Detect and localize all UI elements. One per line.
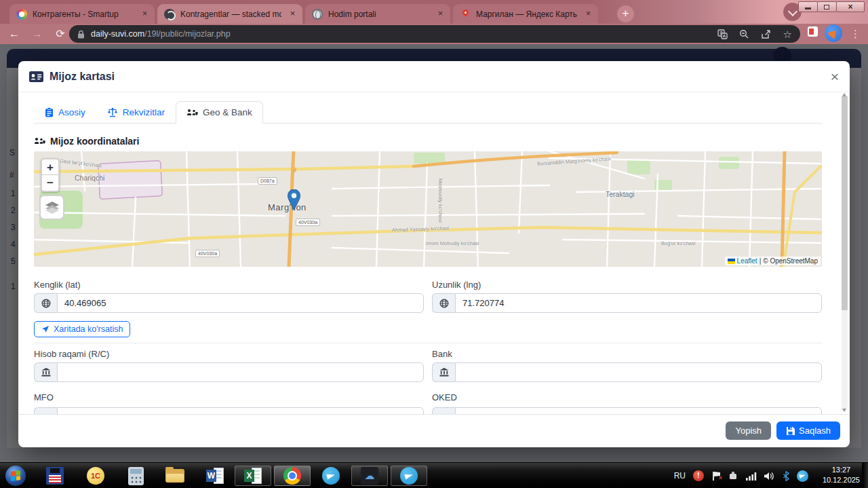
tab-rekvizitlar[interactable]: Rekvizitlar — [96, 101, 176, 124]
taskbar-app-word[interactable]: W — [201, 466, 229, 486]
show-desktop-button[interactable] — [862, 463, 868, 488]
taskbar-app-safe[interactable] — [42, 466, 68, 486]
browser-tab-strip: Контрагенты - Smartup × Kontragentlar — … — [0, 0, 868, 24]
new-tab-button[interactable]: + — [617, 5, 634, 22]
modal-body: Asosiy Rekvizitlar — [18, 92, 850, 414]
modal-footer: Yopish Saqlash — [18, 414, 850, 447]
bookmark-star-icon[interactable]: ☆ — [783, 29, 792, 39]
taskbar-app-cloud[interactable]: ☁ — [351, 466, 388, 486]
start-button[interactable] — [4, 466, 27, 486]
clipboard-icon — [45, 107, 54, 117]
tab-close-icon[interactable]: × — [583, 8, 594, 20]
browser-tab-smartup[interactable]: Контрагенты - Smartup × — [9, 4, 155, 24]
zoom-in-button[interactable]: + — [42, 159, 58, 175]
show-on-map-label: Xaritada ko'rsatish — [54, 324, 123, 334]
taskbar-app-calculator[interactable] — [123, 466, 149, 486]
lng-input[interactable] — [455, 293, 822, 313]
extension-icon[interactable] — [808, 26, 818, 37]
window-close-button[interactable]: × — [836, 1, 865, 12]
map-marker-pin[interactable] — [288, 189, 300, 213]
road-badge: 40V030a — [195, 250, 220, 257]
chrome-icon — [283, 467, 301, 485]
browser-tab-kontragentlar[interactable]: Kontragentlar — stacked modal ( × — [157, 4, 302, 24]
map-layers-button[interactable] — [39, 195, 64, 220]
speaker-icon[interactable] — [764, 472, 775, 481]
language-indicator[interactable]: RU — [674, 471, 686, 481]
tab-close-icon[interactable]: × — [435, 8, 446, 20]
window-restore-button[interactable] — [817, 1, 837, 12]
browser-tab-hodim[interactable]: Hodim portali × — [305, 4, 450, 24]
word-icon: W — [206, 467, 224, 485]
hash-icon — [432, 407, 455, 414]
taskbar-app-1c[interactable]: 1С — [83, 466, 108, 486]
mfo-oked-labels-row: MFO OKED — [34, 392, 822, 406]
account-label: Hisob raqami (R/C) — [34, 349, 424, 359]
folder-icon — [165, 469, 184, 483]
save-floppy-icon — [786, 426, 795, 435]
profile-avatar[interactable] — [825, 24, 842, 42]
browser-menu-icon[interactable]: ⋮ — [850, 26, 860, 42]
tab-close-icon[interactable]: × — [139, 8, 151, 20]
taskbar-clock[interactable]: 13:27 10.12.2025 — [823, 465, 860, 485]
tab-geo-bank[interactable]: Geo & Bank — [176, 101, 263, 124]
tab-close-icon[interactable]: × — [287, 8, 298, 20]
show-on-map-button[interactable]: Xaritada ko'rsatish — [34, 321, 130, 337]
globe-icon — [432, 293, 455, 313]
location-arrow-icon — [41, 325, 50, 333]
taskbar-app-telegram-2[interactable] — [391, 466, 427, 486]
account-input[interactable] — [57, 362, 424, 382]
leaflet-link[interactable]: Leaflet — [737, 257, 757, 265]
section-title-wrap: Mijoz koordinatalari — [34, 136, 822, 147]
lat-input[interactable] — [57, 293, 424, 313]
tab-asosiy[interactable]: Asosiy — [34, 101, 96, 124]
mfo-oked-inputs-row — [34, 407, 822, 414]
window-minimize-button[interactable] — [798, 1, 818, 12]
scroll-down-arrow[interactable] — [842, 409, 846, 412]
map-street-label: Bog'or ko'chasi — [661, 240, 695, 246]
map-street-label: Mashxadiy ko'chasi — [437, 179, 443, 223]
clock-time: 13:27 — [823, 465, 860, 475]
oked-input[interactable] — [455, 407, 822, 414]
latlng-labels-row: Kenglik (lat) Uzunlik (lng) — [34, 280, 822, 293]
map-people-icon — [186, 108, 198, 117]
section-title: Mijoz koordinatalari — [50, 136, 139, 147]
save-button[interactable]: Saqlash — [776, 421, 840, 440]
back-button[interactable]: ← — [5, 26, 23, 42]
tab-title: Kontragentlar — stacked modal ( — [180, 10, 281, 19]
action-center-flag-icon[interactable]: × — [711, 471, 721, 481]
modal-scrollbar[interactable] — [842, 96, 848, 409]
close-button[interactable]: Yopish — [726, 421, 771, 440]
bluetooth-icon[interactable] — [783, 471, 789, 481]
address-bar[interactable]: daily-suvi.com/19l/public/mijozlar.php ☆ — [69, 25, 800, 43]
share-icon[interactable] — [761, 29, 772, 39]
save-label: Saqlash — [799, 426, 831, 436]
1c-icon: 1С — [87, 467, 104, 485]
taskbar-app-chrome[interactable] — [274, 466, 311, 486]
leaflet-map[interactable]: + − Marg'ilon Chariqchi Teraktagi Gest b… — [34, 151, 822, 267]
bank-input-group — [432, 362, 822, 382]
network-signal-icon[interactable] — [746, 472, 757, 481]
modal-close-icon[interactable]: × — [831, 69, 839, 83]
taskbar-app-excel[interactable]: X — [235, 466, 271, 486]
lat-label: Kenglik (lat) — [34, 280, 424, 290]
alert-tray-icon[interactable]: ! — [693, 470, 704, 481]
bank-input[interactable] — [455, 362, 822, 382]
taskbar-app-explorer[interactable] — [162, 466, 188, 486]
reload-button[interactable]: ⟳ — [52, 26, 69, 42]
tab-title: Маргилан — Яндекс Карты — [476, 10, 577, 19]
forward-button[interactable]: → — [28, 26, 46, 42]
mfo-input[interactable] — [57, 407, 424, 414]
scrollbar-thumb[interactable] — [842, 96, 848, 310]
telegram-tray-icon[interactable] — [797, 470, 808, 482]
translate-icon[interactable] — [717, 29, 728, 39]
bank-labels-row: Hisob raqami (R/C) Bank — [34, 349, 822, 362]
browser-tab-yandex-maps[interactable]: Маргилан — Яндекс Карты × — [453, 4, 598, 24]
bank-inputs-row — [34, 362, 822, 382]
zoom-out-button[interactable]: − — [42, 175, 58, 191]
restore-icon — [824, 5, 829, 10]
taskbar-app-telegram[interactable] — [315, 466, 347, 486]
usb-device-icon[interactable] — [728, 471, 738, 481]
zoom-icon[interactable] — [739, 29, 749, 39]
minimize-icon — [805, 7, 811, 10]
url-text: daily-suvi.com/19l/public/mijozlar.php — [91, 29, 231, 39]
